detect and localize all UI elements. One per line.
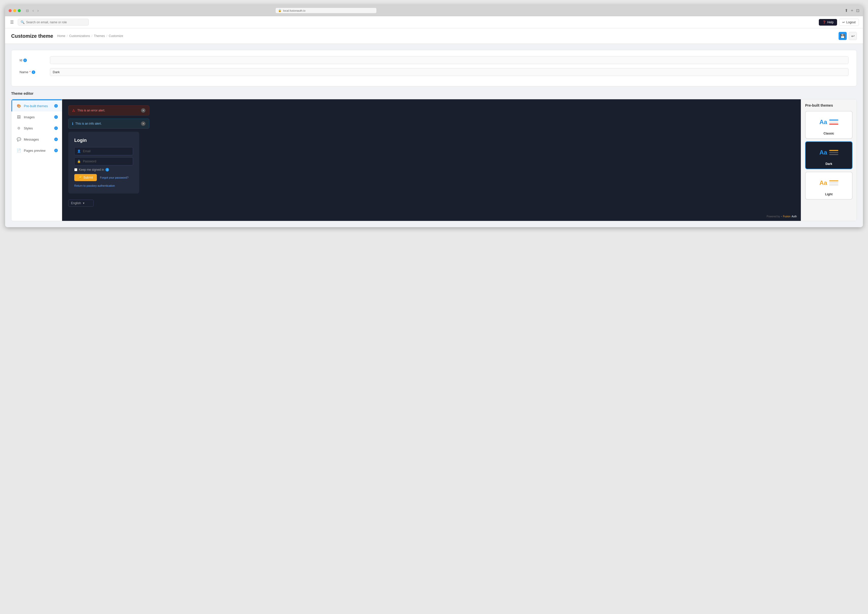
page-header: Customize theme Home / Customizations / …: [5, 28, 863, 44]
sidebar-item-prebuilt[interactable]: 🎨 Pre-built themes i: [11, 100, 62, 112]
logout-button[interactable]: ↩ Logout: [839, 19, 859, 26]
styles-info-icon[interactable]: i: [54, 126, 58, 130]
email-field: 👤: [74, 147, 133, 155]
language-selector[interactable]: English ▾: [68, 200, 93, 207]
classic-line-1: [829, 119, 838, 121]
sidebar-item-messages[interactable]: 💬 Messages i: [11, 134, 62, 145]
password-input[interactable]: [83, 160, 130, 163]
images-info-icon[interactable]: i: [54, 115, 58, 119]
fusion-brand: Fusion: [783, 215, 790, 218]
help-button[interactable]: ❓ Help: [819, 19, 837, 26]
browser-nav: ⊟ ‹ ›: [25, 8, 40, 14]
dark-lines: [829, 150, 838, 155]
login-actions: 🔑 Submit Forgot your password?: [74, 174, 133, 181]
themes-panel-title: Pre-built themes: [805, 103, 852, 107]
info-icon: ℹ: [72, 122, 73, 126]
hamburger-icon[interactable]: ☰: [9, 19, 15, 26]
search-bar[interactable]: 🔍: [18, 19, 89, 26]
sidebar-pages-label: Pages preview: [24, 149, 45, 152]
info-close-button[interactable]: ✕: [141, 121, 146, 126]
keep-signed-in-checkbox[interactable]: [74, 168, 77, 171]
breadcrumb-home[interactable]: Home: [57, 34, 65, 38]
light-line-2: [829, 182, 838, 183]
id-label: Id i: [20, 58, 50, 62]
theme-editor-section: Theme editor 🎨 Pre-built themes i 🖼 Imag…: [11, 91, 857, 221]
sidebar-item-pages[interactable]: 📄 Pages preview i: [11, 145, 62, 156]
save-button[interactable]: 💾: [838, 32, 847, 40]
submit-label: Submit: [83, 176, 93, 179]
submit-icon: 🔑: [78, 176, 82, 179]
name-label: Name * i: [20, 70, 50, 74]
submit-button[interactable]: 🔑 Submit: [74, 174, 97, 181]
theme-card-classic[interactable]: Aa Classic: [805, 111, 852, 139]
prebuilt-info-icon[interactable]: i: [54, 104, 58, 108]
classic-lines: [829, 119, 838, 125]
theme-card-dark[interactable]: Aa Dark: [805, 141, 852, 169]
minimize-button[interactable]: [13, 9, 16, 12]
messages-info-icon[interactable]: i: [54, 138, 58, 141]
dark-line-3: [829, 154, 838, 155]
info-alert-text: This is an info alert.: [75, 122, 102, 126]
passkey-link[interactable]: Return to passkey authentication: [74, 184, 115, 187]
light-aa-text: Aa: [819, 179, 827, 186]
light-line-1: [829, 180, 838, 181]
traffic-lights: [9, 9, 21, 12]
keep-signed-in-row: Keep me signed in i: [74, 168, 133, 172]
breadcrumb-customizations[interactable]: Customizations: [69, 34, 90, 38]
pages-info-icon[interactable]: i: [54, 149, 58, 152]
help-label: Help: [828, 20, 834, 24]
back-button[interactable]: ‹: [31, 8, 35, 14]
name-row: Name * i: [20, 68, 848, 76]
breadcrumb-current: Customize: [109, 34, 123, 38]
dark-theme-name: Dark: [809, 162, 849, 166]
forward-button[interactable]: ›: [36, 8, 40, 14]
pages-icon: 📄: [16, 148, 21, 153]
name-input[interactable]: [50, 68, 848, 76]
main-content: Id i Name * i Theme editor: [5, 44, 863, 227]
messages-icon: 💬: [16, 137, 21, 142]
classic-line-2: [829, 122, 838, 122]
sidebar-messages-label: Messages: [24, 138, 39, 141]
email-input[interactable]: [83, 149, 130, 153]
theme-editor-label: Theme editor: [11, 91, 857, 96]
theme-card-light[interactable]: Aa Light: [805, 172, 852, 200]
new-tab-button[interactable]: ＋: [850, 8, 854, 13]
browser-window: ⊟ ‹ › 🔒 local.fusionauth.io ⬆ ＋ ⊡ ☰ 🔍 ❓: [5, 5, 863, 227]
classic-preview: Aa: [809, 115, 849, 130]
name-info-icon[interactable]: i: [32, 70, 35, 74]
sidebar-item-styles[interactable]: ⚙ Styles i: [11, 122, 62, 134]
search-input[interactable]: [26, 20, 77, 24]
share-button[interactable]: ⬆: [845, 8, 848, 13]
sidebar-toggle[interactable]: ⊟: [25, 8, 30, 14]
id-info-icon[interactable]: i: [23, 59, 27, 62]
id-row: Id i: [20, 56, 848, 64]
forgot-password-link[interactable]: Forgot your password?: [100, 176, 129, 179]
tabs-button[interactable]: ⊡: [856, 8, 859, 13]
url-text: local.fusionauth.io: [283, 9, 305, 12]
form-section: Id i Name * i: [11, 50, 857, 86]
dark-preview: Aa: [809, 145, 849, 160]
sidebar-images-label: Images: [24, 115, 35, 119]
error-icon: ⚠: [72, 109, 75, 112]
browser-actions: ⬆ ＋ ⊡: [845, 8, 859, 13]
auth-brand: Auth: [792, 215, 797, 218]
keep-signed-in-info[interactable]: i: [106, 168, 109, 172]
maximize-button[interactable]: [18, 9, 21, 12]
sidebar-item-images[interactable]: 🖼 Images i: [11, 112, 62, 122]
sidebar-styles-label: Styles: [24, 126, 33, 130]
back-nav-button[interactable]: ↩: [849, 32, 857, 40]
address-bar[interactable]: 🔒 local.fusionauth.io: [275, 8, 377, 14]
topnav: ☰ 🔍 ❓ Help ↩ Logout: [5, 16, 863, 28]
light-line-3: [829, 185, 838, 185]
login-title: Login: [74, 138, 133, 143]
keep-signed-in-label: Keep me signed in: [79, 168, 104, 172]
powered-by: Powered by • FusionAuth: [767, 215, 797, 218]
error-close-button[interactable]: ✕: [141, 108, 146, 113]
classic-aa-text: Aa: [819, 119, 827, 126]
id-input[interactable]: [50, 56, 848, 64]
user-icon: 👤: [77, 149, 81, 153]
help-icon: ❓: [822, 20, 826, 24]
info-alert: ℹ This is an info alert. ✕: [68, 119, 149, 129]
close-button[interactable]: [9, 9, 12, 12]
breadcrumb-themes[interactable]: Themes: [94, 34, 105, 38]
